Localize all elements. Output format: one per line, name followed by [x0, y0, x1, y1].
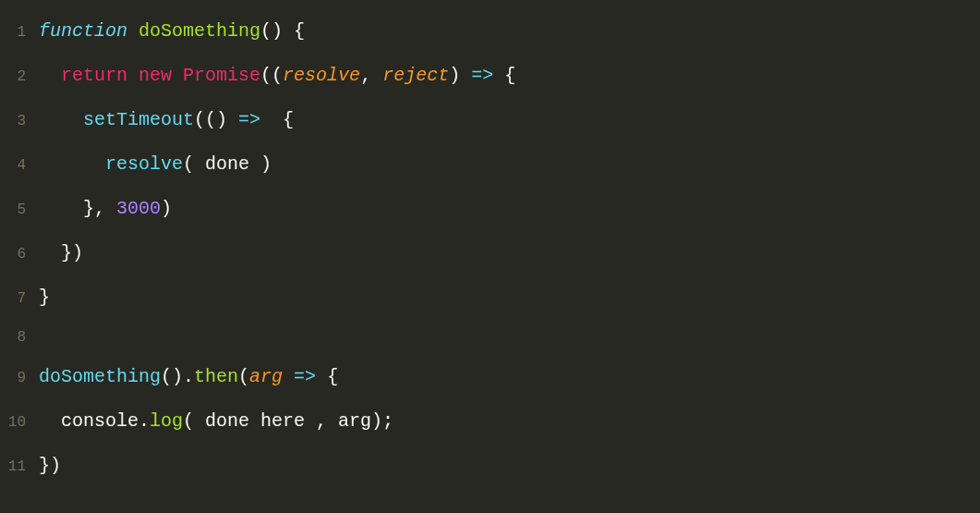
- line-number: 11: [0, 449, 39, 484]
- code-token: log: [150, 410, 183, 432]
- code-token: console.: [39, 410, 150, 432]
- code-token: }): [39, 242, 83, 263]
- code-token: [39, 153, 105, 175]
- code-token: [39, 109, 83, 130]
- code-token: (: [238, 366, 249, 387]
- code-token: ( done here , arg);: [183, 410, 393, 432]
- code-line[interactable]: 3 setTimeout(() => {: [0, 98, 980, 142]
- code-token: doSomething: [39, 366, 161, 387]
- code-token: ( done ): [183, 153, 272, 175]
- line-number: 6: [0, 237, 39, 272]
- code-token: {: [260, 109, 294, 130]
- code-token: ,: [360, 65, 382, 86]
- code-line[interactable]: 10 console.log( done here , arg);: [0, 399, 980, 444]
- line-number: 7: [0, 281, 39, 316]
- code-token: setTimeout: [83, 109, 194, 130]
- code-line[interactable]: 6 }): [0, 231, 980, 275]
- line-number: 2: [0, 59, 39, 94]
- code-token: ((): [194, 109, 238, 130]
- line-number: 4: [0, 148, 39, 183]
- code-line[interactable]: 1function doSomething() {: [0, 9, 980, 54]
- code-editor[interactable]: 1function doSomething() {2 return new Pr…: [0, 9, 980, 488]
- code-line[interactable]: 11}): [0, 444, 980, 488]
- code-token: }): [39, 455, 61, 476]
- code-content[interactable]: }): [39, 444, 980, 488]
- code-token: arg: [249, 366, 283, 387]
- line-number: 3: [0, 104, 39, 139]
- code-token: }: [39, 287, 50, 308]
- code-token: ().: [161, 366, 194, 387]
- line-number: 5: [0, 192, 39, 227]
- code-token: [283, 366, 294, 387]
- code-token: [172, 65, 183, 86]
- code-token: ((: [260, 65, 283, 86]
- code-token: =>: [238, 109, 260, 130]
- code-token: [127, 20, 139, 42]
- code-content[interactable]: }): [39, 231, 980, 275]
- code-content[interactable]: function doSomething() {: [39, 9, 980, 54]
- code-token: ): [161, 198, 172, 219]
- code-token: [127, 65, 139, 86]
- code-content[interactable]: doSomething().then(arg => {: [39, 355, 980, 399]
- code-token: reject: [382, 65, 449, 86]
- code-token: =>: [294, 366, 316, 387]
- code-line[interactable]: 8: [0, 320, 980, 355]
- code-token: doSomething: [139, 20, 260, 42]
- code-content[interactable]: }: [39, 275, 980, 320]
- line-number: 10: [0, 405, 39, 440]
- code-line[interactable]: 9doSomething().then(arg => {: [0, 355, 980, 399]
- line-number: 1: [0, 15, 39, 50]
- line-number: 9: [0, 360, 39, 396]
- code-token: new: [139, 65, 172, 86]
- code-content[interactable]: console.log( done here , arg);: [39, 399, 980, 444]
- code-token: =>: [471, 65, 493, 86]
- code-token: {: [493, 65, 515, 86]
- code-token: },: [39, 198, 116, 219]
- code-token: resolve: [105, 153, 183, 175]
- code-token: ): [449, 65, 471, 86]
- code-token: Promise: [183, 65, 260, 86]
- code-content[interactable]: resolve( done ): [39, 142, 980, 187]
- code-line[interactable]: 7}: [0, 275, 980, 320]
- code-token: resolve: [283, 65, 360, 86]
- code-line[interactable]: 4 resolve( done ): [0, 142, 980, 187]
- code-content[interactable]: return new Promise((resolve, reject) => …: [39, 54, 980, 98]
- code-token: [39, 65, 61, 86]
- code-token: function: [39, 20, 127, 42]
- code-line[interactable]: 5 }, 3000): [0, 187, 980, 231]
- code-token: return: [61, 65, 127, 86]
- line-number: 8: [0, 320, 39, 355]
- code-token: {: [316, 366, 338, 387]
- code-token: () {: [260, 20, 305, 42]
- code-token: then: [194, 366, 238, 387]
- code-token: 3000: [116, 198, 161, 219]
- code-content[interactable]: }, 3000): [39, 187, 980, 231]
- code-line[interactable]: 2 return new Promise((resolve, reject) =…: [0, 54, 980, 98]
- code-content[interactable]: setTimeout(() => {: [39, 98, 980, 142]
